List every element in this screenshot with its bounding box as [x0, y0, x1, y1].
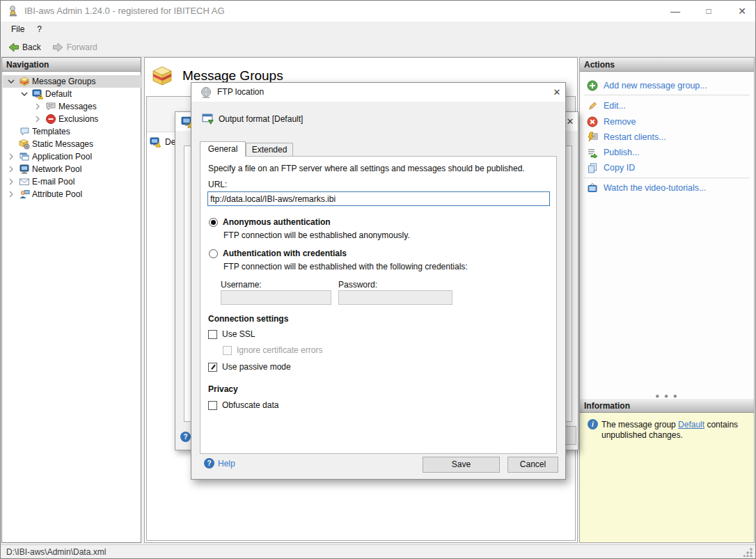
chevron-down-icon[interactable]	[6, 76, 17, 87]
sidebar-item-email-pool[interactable]: E-mail Pool	[3, 175, 142, 188]
tab-extended[interactable]: Extended	[246, 143, 293, 157]
privacy-header: Privacy	[208, 384, 238, 394]
ftp-location-dialog: FTP location ✕ Output format [Default] G…	[191, 82, 566, 480]
close-button[interactable]: ✕	[729, 1, 755, 22]
action-watch-video-tutorials[interactable]: Watch the video-tutorials...	[587, 182, 707, 194]
information-header: Information	[580, 399, 754, 413]
templates-icon	[19, 126, 30, 137]
sidebar-item-label: Default	[45, 89, 72, 99]
ftp-dialog-titlebar: FTP location ✕	[191, 83, 565, 102]
statusbar: D:\IBI-aws\Admin\Data.xml	[1, 544, 755, 559]
default-group-link[interactable]: Default	[678, 420, 704, 430]
forward-button: Forward	[47, 38, 103, 56]
action-edit[interactable]: Edit...	[587, 100, 626, 112]
action-copy-id[interactable]: Copy ID	[587, 162, 635, 174]
window-frame: IBI-aws Admin 1.24.0 - registered for IB…	[0, 0, 756, 559]
checkbox-obfuscate-data[interactable]: Obfuscate data	[208, 400, 278, 410]
navigation-header: Navigation	[2, 58, 141, 72]
exclusions-icon	[45, 113, 56, 125]
checkbox-ignore-certificate-errors: Ignore certificate errors	[223, 345, 322, 355]
checkbox-checked-icon[interactable]	[208, 363, 217, 372]
actions-separator	[584, 95, 750, 95]
username-input	[221, 290, 331, 305]
sidebar-item-application-pool[interactable]: Application Pool	[3, 150, 142, 163]
sidebar-item-templates[interactable]: Templates	[3, 125, 155, 138]
back-button[interactable]: Back	[2, 38, 47, 56]
chevron-right-icon[interactable]	[6, 176, 17, 187]
general-tab-panel: Specify a file on an FTP server where al…	[200, 156, 557, 454]
username-label: Username:	[221, 280, 262, 290]
sidebar-item-label: Attribute Pool	[32, 189, 82, 199]
sidebar-item-label: Static Messages	[32, 139, 93, 149]
sidebar-item-default[interactable]: Default	[3, 88, 155, 100]
network-pool-icon	[19, 164, 30, 175]
checkbox-icon[interactable]	[208, 401, 217, 410]
actions-header: Actions	[580, 58, 754, 72]
back-icon	[8, 42, 19, 53]
tab-general[interactable]: General	[200, 141, 246, 157]
sidebar-item-label: Templates	[32, 127, 70, 136]
action-add-new-message-group[interactable]: Add new message group...	[587, 79, 707, 92]
message-groups-page-icon	[150, 65, 174, 86]
radio-selected-icon[interactable]	[209, 218, 218, 227]
status-path: D:\IBI-aws\Admin\Data.xml	[6, 547, 106, 557]
attribute-pool-icon	[19, 189, 30, 200]
anonymous-description: FTP connection will be esthablished anon…	[223, 230, 410, 240]
action-restart-clients[interactable]: Restart clients...	[587, 131, 666, 143]
radio-unselected-icon[interactable]	[209, 249, 218, 258]
actions-panel: Actions Add new message group... Edit...…	[579, 57, 755, 543]
remove-icon	[587, 116, 598, 127]
message-groups-icon	[19, 76, 30, 87]
checkbox-icon[interactable]	[208, 330, 217, 339]
resize-grip[interactable]	[743, 548, 753, 557]
url-input[interactable]	[207, 191, 550, 206]
checkbox-use-passive-mode[interactable]: Use passive mode	[208, 362, 291, 372]
ftp-location-icon	[200, 86, 212, 99]
actions-separator	[584, 178, 750, 178]
cancel-button[interactable]: Cancel	[507, 457, 558, 473]
messages-icon	[45, 101, 56, 112]
pencil-icon	[587, 100, 598, 111]
sidebar-item-label: Network Pool	[32, 164, 81, 174]
help-link[interactable]: ? Help	[204, 458, 235, 469]
chevron-right-icon[interactable]	[6, 151, 17, 162]
page-title: Message Groups	[182, 68, 283, 84]
sidebar-item-label: E-mail Pool	[32, 177, 74, 187]
sidebar-item-static-messages[interactable]: Static Messages	[3, 138, 155, 150]
url-label: URL:	[208, 180, 227, 189]
action-publish[interactable]: Publish...	[587, 146, 639, 159]
forward-icon	[52, 42, 64, 53]
help-icon: ?	[204, 458, 214, 469]
chevron-right-icon[interactable]	[6, 164, 17, 175]
checkbox-use-ssl[interactable]: Use SSL	[208, 329, 255, 339]
save-button[interactable]: Save	[423, 457, 500, 473]
restart-clients-icon	[587, 132, 598, 143]
chevron-right-icon[interactable]	[32, 113, 43, 125]
minimize-button[interactable]: —	[662, 1, 688, 22]
chevron-down-icon[interactable]	[19, 88, 30, 100]
sidebar-item-label: Messages	[58, 102, 97, 111]
application-pool-icon	[19, 151, 30, 162]
sidebar-item-attribute-pool[interactable]: Attribute Pool	[3, 188, 142, 200]
add-icon	[587, 80, 598, 91]
chevron-right-icon[interactable]	[6, 189, 17, 200]
sidebar-item-label: Message Groups	[32, 77, 95, 86]
password-input	[338, 290, 452, 305]
chevron-right-icon[interactable]	[32, 101, 43, 112]
navigation-tree: Message Groups Default	[2, 72, 141, 542]
default-group-icon	[32, 88, 43, 100]
ftp-dialog-close-button[interactable]: ✕	[551, 86, 563, 99]
password-label: Password:	[338, 280, 377, 290]
maximize-button[interactable]: □	[695, 1, 722, 22]
action-remove[interactable]: Remove	[587, 116, 636, 128]
radio-authentication-credentials[interactable]: Authentication with credentials	[209, 249, 347, 258]
information-text: The message group Default contains unpub…	[601, 420, 744, 441]
menu-help[interactable]: ?	[31, 22, 48, 38]
menu-file[interactable]: File	[5, 22, 31, 38]
credentials-description: FTP connection will be esthablished with…	[223, 262, 468, 271]
sidebar-item-message-groups[interactable]: Message Groups	[3, 75, 142, 88]
sidebar-item-network-pool[interactable]: Network Pool	[3, 163, 142, 175]
window-title: IBI-aws Admin 1.24.0 - registered for IB…	[24, 1, 225, 22]
radio-anonymous-authentication[interactable]: Anonymous authentication	[209, 217, 331, 227]
ftp-intro-text: Specify a file on an FTP server where al…	[208, 164, 525, 173]
